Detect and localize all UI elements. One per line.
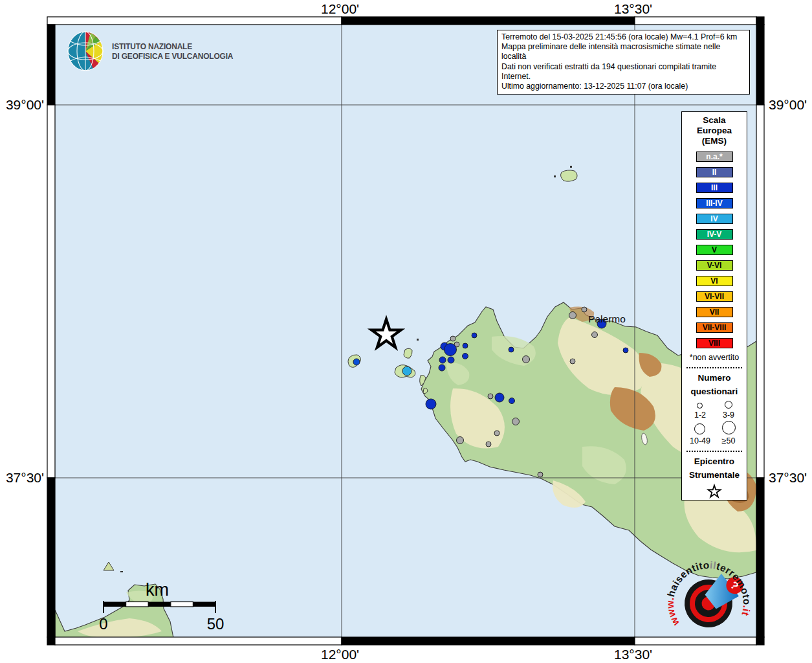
intensity-point [439,365,445,371]
questionnaire-section-title: Numero questionari [691,371,738,398]
scale-bar-start: 0 [99,615,107,633]
ingv-name-line1: ISTITUTO NAZIONALE [112,41,233,51]
legend-title: Scala Europea (EMS) [697,115,732,146]
intensity-point [592,332,598,338]
intensity-point [495,393,504,402]
intensity-swatch-iiiiv: III-IV [696,198,733,208]
epicenter-section-title: Epicentro Strumentale [689,455,740,482]
lon-label-bottom-left: 12°00' [321,647,359,662]
intensity-point [444,344,457,356]
lat-label-left-top: 39°00' [0,97,44,113]
intensity-point [488,394,493,399]
intensity-swatch-v: V [696,245,733,255]
lat-label-right-top: 39°00' [769,97,807,113]
size-key-≥50: ≥50 [722,421,736,445]
lat-label-left-bottom: 37°30' [0,470,44,486]
haisentitoilterremoto-watermark: ? www.haisentitoilterremoto.it [663,558,757,652]
intensity-point [450,336,455,341]
intensity-point [439,357,446,363]
intensity-point [457,437,464,444]
ingv-logo: ISTITUTO NAZIONALE DI GEOFISICA E VULCAN… [67,31,244,71]
intensity-swatch-vvi: V-VI [696,260,733,271]
event-info-line4: Ultimo aggiornamento: 13-12-2025 11:07 (… [501,82,745,91]
intensity-point [538,472,543,477]
intensity-point [569,312,576,319]
city-label-palermo: Palermo [588,313,626,324]
island-ustica [561,170,578,181]
intensity-point [623,348,628,353]
lon-label-top-left: 12°00' [321,1,359,17]
intensity-swatch-vii: VII [696,307,733,317]
ingv-globe-icon [67,31,104,71]
intensity-point [463,354,468,359]
intensity-point [353,359,360,365]
lon-label-bottom-right: 13°30' [614,647,652,662]
intensity-point [509,398,515,404]
legend-panel: Scala Europea (EMS) n.a.*IIIIIIII-IVIVIV… [681,111,747,500]
questionnaire-size-key: 1-23-910-49≥50 [686,401,743,445]
intensity-swatch-ivv: IV-V [696,229,733,240]
intensity-point [494,431,499,436]
intensity-point [523,356,530,363]
event-info-line3: Dati non verificati estratti da 194 ques… [501,62,745,82]
intensity-swatch-vivii: VI-VII [696,291,733,302]
intensity-swatch-iii: III [696,183,733,193]
lon-label-top-right: 13°30' [614,1,652,17]
intensity-point [486,442,491,447]
event-info-box: Terremoto del 15-03-2025 21:45:56 (ora l… [497,30,750,95]
scale-bar-end: 50 [207,615,225,633]
intensity-point [472,333,477,338]
legend-footnote: *non avvertito [690,353,739,362]
epicenter-legend-star-icon [705,484,723,500]
size-key-1-2: 1-2 [694,403,706,420]
intensity-swatch-ii: II [696,167,733,177]
scale-bar-unit: km [146,580,169,600]
island-levanzo [404,348,412,358]
size-key-3-9: 3-9 [723,401,734,420]
intensity-swatch-vi: VI [696,276,733,286]
size-key-10-49: 10-49 [690,423,710,445]
legend-divider-2 [686,451,742,452]
intensity-swatch-na: n.a.* [696,152,733,162]
intensity-point [463,343,468,348]
ingv-name-line2: DI GEOFISICA E VULCANOLOGIA [112,51,233,61]
intensity-swatch-iv: IV [696,214,733,224]
intensity-point [570,359,575,364]
intensity-point [402,366,411,376]
event-info-line1: Terremoto del 15-03-2025 21:45:56 (ora l… [501,32,745,42]
intensity-point [512,418,520,425]
intensity-scale: n.a.*IIIIIIII-IVIVIV-VVV-VIVIVI-VIIVIIVI… [696,152,733,348]
intensity-swatch-viiviii: VII-VIII [696,322,733,333]
intensity-point [509,347,514,352]
event-info-line2: Mappa preliminare delle intensità macros… [501,42,745,62]
intensity-point [426,399,436,409]
legend-divider [686,367,742,368]
intensity-point [448,357,454,363]
lat-label-right-bottom: 37°30' [769,470,807,486]
intensity-point [582,307,587,312]
intensity-swatch-viii: VIII [696,338,733,348]
